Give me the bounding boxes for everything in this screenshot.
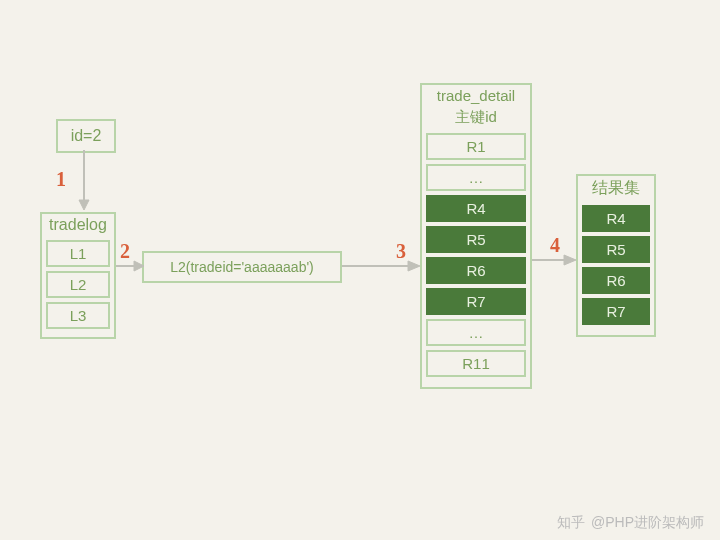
step-3: 3	[396, 240, 406, 263]
tradelog-row: L1	[46, 240, 110, 267]
trade-detail-title2: 主键id	[422, 106, 530, 129]
watermark: 知乎 @PHP进阶架构师	[557, 514, 704, 532]
result-row: R4	[582, 205, 650, 232]
result-row: R6	[582, 267, 650, 294]
detail-row: …	[426, 164, 526, 191]
arrow-1	[74, 150, 94, 212]
step-1: 1	[56, 168, 66, 191]
id-box: id=2	[56, 119, 116, 153]
tradelog-box: tradelog L1 L2 L3	[40, 212, 116, 339]
detail-row: R4	[426, 195, 526, 222]
result-box: 结果集 R4 R5 R6 R7	[576, 174, 656, 337]
filter-text: L2(tradeid='aaaaaaab')	[148, 259, 336, 275]
tradelog-row: L2	[46, 271, 110, 298]
tradelog-title: tradelog	[42, 214, 114, 236]
id-label: id=2	[62, 125, 110, 147]
result-row: R7	[582, 298, 650, 325]
svg-marker-7	[564, 255, 576, 265]
result-title: 结果集	[578, 176, 654, 201]
detail-row: R5	[426, 226, 526, 253]
detail-row: R6	[426, 257, 526, 284]
step-4: 4	[550, 234, 560, 257]
watermark-brand: 知乎	[557, 514, 585, 532]
watermark-author: @PHP进阶架构师	[591, 514, 704, 532]
trade-detail-box: trade_detail 主键id R1 … R4 R5 R6 R7 … R11	[420, 83, 532, 389]
detail-row: R11	[426, 350, 526, 377]
arrow-3	[342, 258, 422, 274]
trade-detail-title1: trade_detail	[422, 85, 530, 106]
svg-marker-3	[134, 261, 144, 271]
svg-marker-5	[408, 261, 420, 271]
result-row: R5	[582, 236, 650, 263]
detail-row: R7	[426, 288, 526, 315]
tradelog-row: L3	[46, 302, 110, 329]
detail-row: …	[426, 319, 526, 346]
svg-marker-1	[79, 200, 89, 210]
filter-box: L2(tradeid='aaaaaaab')	[142, 251, 342, 283]
step-2: 2	[120, 240, 130, 263]
detail-row: R1	[426, 133, 526, 160]
